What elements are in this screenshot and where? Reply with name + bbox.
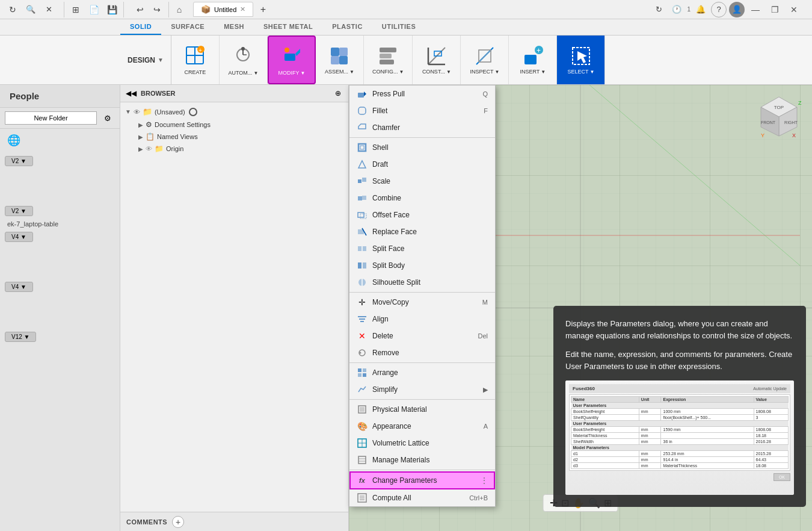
- design-label: DESIGN: [128, 56, 155, 64]
- history-icon[interactable]: 🕐: [669, 2, 684, 17]
- ribbon-group-modify[interactable]: MODIFY▼: [268, 36, 316, 84]
- offset-face-label: Offset Face: [372, 211, 410, 219]
- menu-item-press-pull[interactable]: Press Pull Q: [349, 85, 495, 102]
- menu-item-draft[interactable]: Draft: [349, 156, 495, 173]
- simplify-icon: [357, 384, 368, 395]
- doc-close-btn[interactable]: ✕: [240, 5, 245, 13]
- people-button[interactable]: People: [0, 85, 120, 108]
- tree-item-named-views[interactable]: ▶ 📋 Named Views: [120, 131, 348, 143]
- scale-icon: [357, 176, 368, 187]
- help-icon[interactable]: ?: [711, 2, 727, 17]
- menu-item-combine[interactable]: Combine: [349, 190, 495, 206]
- shell-label: Shell: [372, 143, 389, 152]
- add-comment-btn[interactable]: +: [172, 516, 184, 528]
- ribbon-group-select[interactable]: SELECT▼: [557, 36, 605, 84]
- menu-item-silhouette-split[interactable]: Silhouette Split: [349, 274, 495, 291]
- menu-item-chamfer[interactable]: Chamfer: [349, 119, 495, 136]
- tab-utilities[interactable]: UTILITIES: [372, 19, 425, 35]
- menu-item-move-copy[interactable]: ✛ Move/Copy M: [349, 294, 495, 311]
- search-icon[interactable]: 🔍: [23, 2, 38, 17]
- profile-avatar[interactable]: 👤: [729, 2, 745, 17]
- menu-item-compute-all[interactable]: Compute All Ctrl+B: [349, 489, 495, 506]
- minimize-btn[interactable]: —: [747, 1, 764, 18]
- maximize-btn[interactable]: ❐: [766, 1, 783, 18]
- globe-item[interactable]: 🌐: [0, 129, 120, 152]
- tab-surface[interactable]: SURFACE: [161, 19, 214, 35]
- tab-mesh[interactable]: MESH: [214, 19, 254, 35]
- tree-item-root[interactable]: ▼ 👁 📁 (Unsaved): [120, 105, 348, 119]
- svg-marker-30: [577, 51, 587, 63]
- browser-collapse-btn[interactable]: ◀◀: [125, 87, 137, 99]
- ribbon-group-insert[interactable]: + INSERT▼: [509, 36, 557, 84]
- notifications-icon[interactable]: 🔔: [693, 2, 709, 17]
- press-pull-label: Press Pull: [372, 90, 405, 98]
- ribbon-group-inspect[interactable]: INSPECT▼: [461, 36, 509, 84]
- ribbon-group-assemble[interactable]: ASSEM...▼: [316, 36, 364, 84]
- menu-item-manage-materials[interactable]: Manage Materials: [349, 452, 495, 468]
- menu-item-change-parameters[interactable]: fx Change Parameters ⋮: [349, 471, 495, 489]
- new-document-icon[interactable]: 📄: [86, 2, 102, 17]
- doc-icon: 📦: [201, 5, 211, 14]
- version-tag-v12[interactable]: V12 ▼: [5, 332, 36, 342]
- close-btn[interactable]: ✕: [786, 1, 802, 18]
- menu-item-simplify[interactable]: Simplify ▶: [349, 381, 495, 398]
- split-face-icon: [357, 243, 368, 254]
- svg-point-11: [285, 48, 289, 52]
- ribbon-group-automate[interactable]: AUTOM...▼: [220, 36, 268, 84]
- menu-item-fillet[interactable]: Fillet F: [349, 102, 495, 119]
- new-folder-button[interactable]: New Folder: [5, 111, 97, 125]
- svg-text:X: X: [792, 132, 796, 138]
- save-icon[interactable]: 💾: [104, 2, 120, 17]
- menu-item-shell[interactable]: Shell: [349, 139, 495, 156]
- settings-icon[interactable]: ⚙: [100, 111, 115, 125]
- new-tab-btn[interactable]: +: [256, 2, 270, 17]
- menu-item-arrange[interactable]: Arrange: [349, 364, 495, 381]
- menu-item-delete[interactable]: ✕ Delete Del: [349, 328, 495, 344]
- press-pull-shortcut: Q: [482, 90, 488, 98]
- folder-icon-root: 📁: [143, 107, 152, 116]
- document-tab[interactable]: 📦 Untitled ✕: [193, 2, 253, 17]
- version-tag-v4-1[interactable]: V4 ▼: [5, 232, 33, 242]
- menu-item-replace-face[interactable]: Replace Face: [349, 223, 495, 240]
- menu-item-physical-material[interactable]: Physical Material: [349, 401, 495, 418]
- view-gizmo[interactable]: TOP RIGHT FRONT Z X Y: [755, 94, 803, 142]
- menu-item-scale[interactable]: Scale: [349, 173, 495, 190]
- tree-item-doc-settings[interactable]: ▶ ⚙ Document Settings: [120, 119, 348, 131]
- version-row-1: V2 ▼: [0, 154, 120, 168]
- ribbon-group-configure[interactable]: CONFIG...▼: [364, 36, 413, 84]
- version-row-5: V12 ▼: [0, 330, 120, 344]
- svg-text:Z: Z: [798, 100, 802, 106]
- menu-item-split-face[interactable]: Split Face: [349, 240, 495, 257]
- svg-rect-42: [358, 213, 364, 217]
- tab-solid[interactable]: SOLID: [120, 19, 161, 35]
- version-tag-v2-1[interactable]: V2 ▼: [5, 156, 33, 166]
- version-tag-v4-2[interactable]: V4 ▼: [5, 282, 33, 292]
- tab-plastic[interactable]: PLASTIC: [322, 19, 372, 35]
- menu-item-volumetric-lattice[interactable]: Volumetric Lattice: [349, 435, 495, 452]
- svg-rect-60: [363, 373, 366, 377]
- update-icon[interactable]: ↻: [651, 2, 666, 17]
- app-grid-icon[interactable]: ⊞: [68, 2, 84, 17]
- menu-item-split-body[interactable]: Split Body: [349, 257, 495, 274]
- browser-expand-icon[interactable]: ⊕: [333, 88, 343, 99]
- more-options-icon[interactable]: ⋮: [481, 476, 488, 485]
- menu-item-align[interactable]: Align: [349, 311, 495, 328]
- tree-item-origin[interactable]: ▶ 👁 📁 Origin: [120, 143, 348, 155]
- design-button[interactable]: DESIGN ▼: [120, 36, 171, 84]
- redo-icon[interactable]: ↪: [149, 2, 165, 17]
- ribbon-group-create[interactable]: + CREATE: [171, 36, 220, 84]
- ribbon-group-construct[interactable]: CONST...▼: [413, 36, 461, 84]
- version-tag-v2-2[interactable]: V2 ▼: [5, 206, 33, 216]
- refresh-icon[interactable]: ↻: [5, 2, 20, 17]
- undo-icon[interactable]: ↩: [132, 2, 148, 17]
- svg-marker-32: [364, 92, 366, 96]
- menu-separator-1: [349, 137, 495, 138]
- browser-header: ◀◀ BROWSER ⊕: [120, 85, 348, 102]
- home-icon[interactable]: ⌂: [171, 2, 187, 17]
- tab-sheet-metal[interactable]: SHEET METAL: [254, 19, 322, 35]
- menu-item-offset-face[interactable]: Offset Face: [349, 206, 495, 223]
- menu-item-remove[interactable]: Remove: [349, 344, 495, 361]
- move-copy-shortcut: M: [482, 299, 488, 306]
- menu-item-appearance[interactable]: 🎨 Appearance A: [349, 418, 495, 435]
- close-icon[interactable]: ✕: [41, 2, 57, 17]
